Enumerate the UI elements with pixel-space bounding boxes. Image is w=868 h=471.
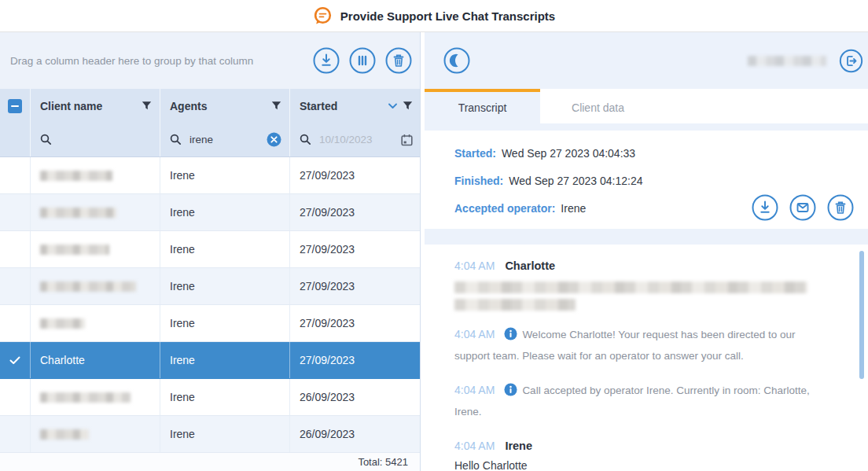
funnel-icon[interactable] (142, 101, 152, 111)
funnel-icon[interactable] (271, 101, 281, 111)
cell-agent: Irene (160, 416, 290, 452)
info-icon (504, 327, 517, 340)
table-row[interactable]: Irene 27/09/2023 (0, 268, 420, 305)
agents-filter-input[interactable]: irene (189, 134, 267, 145)
cell-agent: Irene (160, 379, 290, 415)
search-icon (170, 134, 182, 145)
transcript-panel: Transcript Client data Started:Wed Sep 2… (425, 32, 868, 471)
transcripts-grid-panel: Drag a column header here to group by th… (0, 32, 421, 471)
table-row[interactable]: Irene 27/09/2023 (0, 231, 420, 268)
cell-client-name (31, 157, 160, 193)
search-icon (40, 134, 52, 145)
row-checkbox-cell[interactable] (0, 194, 31, 230)
tab-label: Client data (572, 101, 624, 114)
message-timestamp: 4:04 AM (454, 384, 495, 396)
cell-client-name: Charlotte (31, 342, 160, 378)
row-checkbox-cell[interactable] (0, 416, 31, 452)
funnel-icon[interactable] (403, 101, 413, 111)
column-header-client-name[interactable]: Client name (31, 89, 160, 123)
grid-toolbar: Drag a column header here to group by th… (0, 32, 420, 89)
table-row[interactable]: Irene 27/09/2023 (0, 194, 420, 231)
logout-icon[interactable] (839, 49, 863, 73)
row-checkbox-cell[interactable] (0, 268, 31, 304)
message-timestamp: 4:04 AM (454, 259, 495, 272)
table-row[interactable]: Irene 26/09/2023 (0, 416, 420, 453)
dark-mode-moon-icon[interactable] (443, 47, 470, 74)
column-header-agents[interactable]: Agents (160, 89, 290, 123)
chat-message: 4:04 AMWelcome Charlotte! Your request h… (454, 324, 822, 366)
cell-agent: Irene (160, 305, 290, 341)
filter-check-spacer (0, 123, 31, 156)
cell-agent: Irene (160, 268, 290, 304)
grid-footer: Total: 5421 (0, 453, 420, 471)
cell-client-name (31, 231, 160, 267)
started-filter[interactable]: 10/10/2023 (290, 123, 421, 156)
message-body: Hello Charlotte (454, 456, 822, 471)
table-row[interactable]: Irene 26/09/2023 (0, 379, 420, 416)
cell-started: 27/09/2023 (290, 194, 421, 230)
total-count: Total: 5421 (358, 456, 408, 468)
finished-label: Finished: (454, 175, 503, 187)
message-list: 4:04 AMCharlotte 4:04 AMWelcome Charlott… (425, 245, 868, 471)
finished-value: Wed Sep 27 2023 04:12:24 (509, 175, 642, 187)
chat-message: 4:04 AMCall accepted by operator Irene. … (454, 380, 822, 422)
tab-label: Transcript (458, 101, 507, 114)
delete-icon[interactable] (827, 194, 854, 221)
search-icon (300, 134, 311, 145)
grid-filter-row: irene 10/10/2023 (0, 123, 420, 157)
delete-icon[interactable] (385, 47, 412, 74)
panel-topbar (425, 32, 868, 89)
row-checkbox-cell[interactable] (0, 342, 31, 378)
operator-label: Accepted operator: (454, 202, 555, 215)
row-checkbox-cell[interactable] (0, 379, 31, 415)
cell-client-name (31, 268, 160, 304)
cell-client-name (31, 194, 160, 230)
clear-filter-icon[interactable] (267, 132, 281, 147)
grid-header-row: Client name Agents Started (0, 89, 420, 123)
app-window: Provide Support Live Chat Transcripts Dr… (0, 0, 868, 471)
cell-started: 27/09/2023 (290, 342, 421, 378)
email-icon[interactable] (789, 194, 816, 221)
client-name-filter[interactable] (31, 123, 160, 156)
cell-started: 26/09/2023 (290, 416, 421, 452)
table-row[interactable]: Irene 27/09/2023 (0, 157, 420, 194)
cell-client-name (31, 416, 160, 452)
sort-descending-icon (388, 103, 397, 109)
grid-rows: Irene 27/09/2023 Irene 27/09/2023 Irene … (0, 157, 420, 453)
select-all-cell (0, 89, 31, 123)
download-icon[interactable] (313, 47, 340, 74)
cell-started: 27/09/2023 (290, 305, 421, 341)
cell-client-name (31, 305, 160, 341)
message-header: 4:04 AMWelcome Charlotte! Your request h… (454, 324, 822, 366)
column-label: Started (300, 100, 388, 112)
chat-details: Started:Wed Sep 27 2023 04:04:33 Finishe… (425, 131, 868, 229)
table-row[interactable]: Irene 27/09/2023 (0, 305, 420, 342)
message-author: Charlotte (505, 259, 555, 272)
cell-started: 27/09/2023 (290, 157, 421, 193)
table-row[interactable]: Charlotte Irene 27/09/2023 (0, 342, 420, 379)
row-checkbox-cell[interactable] (0, 305, 31, 341)
calendar-icon[interactable] (401, 134, 413, 146)
message-header: 4:04 AMIrene (454, 436, 822, 456)
agents-filter[interactable]: irene (160, 123, 290, 156)
tab-client-data[interactable]: Client data (540, 89, 656, 123)
row-checkbox-cell[interactable] (0, 231, 31, 267)
column-label: Client name (40, 100, 142, 112)
tab-transcript[interactable]: Transcript (425, 89, 540, 123)
scrollbar-thumb[interactable] (859, 251, 864, 379)
group-by-hint: Drag a column header here to group by th… (10, 55, 303, 67)
column-header-started[interactable]: Started (290, 89, 421, 123)
tab-strip: Transcript Client data (425, 89, 868, 123)
cell-agent: Irene (160, 157, 290, 193)
column-chooser-icon[interactable] (349, 47, 376, 74)
select-all-checkbox[interactable] (8, 99, 22, 113)
chat-message: 4:04 AMCharlotte (454, 256, 822, 311)
row-checkbox-cell[interactable] (0, 157, 31, 193)
started-line: Started:Wed Sep 27 2023 04:04:33 (454, 145, 868, 161)
cell-agent: Irene (160, 194, 290, 230)
download-icon[interactable] (752, 194, 778, 221)
column-label: Agents (170, 100, 271, 112)
message-header: 4:04 AMCharlotte (454, 256, 822, 276)
started-filter-input[interactable]: 10/10/2023 (319, 134, 401, 145)
transcript-actions (741, 194, 854, 221)
